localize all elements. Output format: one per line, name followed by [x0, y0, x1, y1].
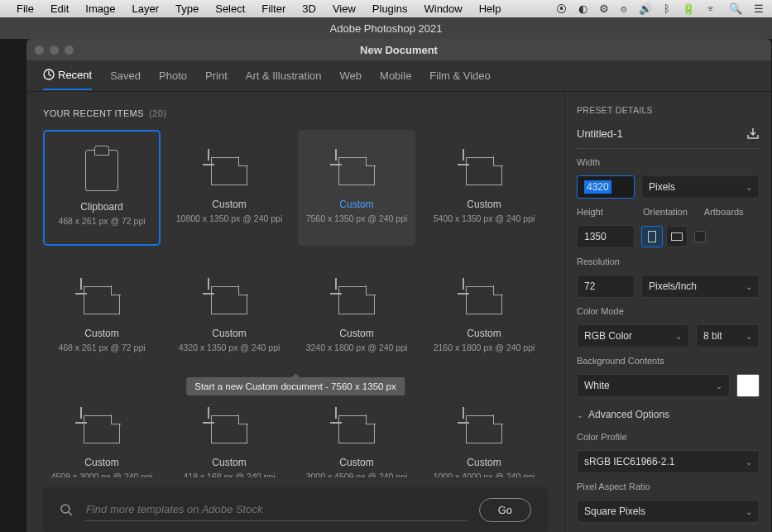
save-preset-icon[interactable] — [746, 127, 760, 140]
app-titlebar: Adobe Photoshop 2021 — [0, 17, 772, 39]
tab-film[interactable]: Film & Video — [429, 62, 490, 89]
menu-view[interactable]: View — [324, 2, 364, 15]
tab-recent[interactable]: Recent — [43, 61, 92, 90]
stock-search-input[interactable] — [84, 498, 468, 521]
resolution-input[interactable]: 72 — [577, 275, 635, 298]
preset-item[interactable]: Custom2160 x 1800 px @ 240 ppi — [425, 259, 543, 375]
preset-meta: 3000 x 4509 px @ 240 ppi — [306, 472, 408, 477]
menu-icon[interactable]: ☰ — [754, 2, 764, 15]
color-profile-label: Color Profile — [577, 432, 760, 442]
preset-panel: YOUR RECENT ITEMS (20) Clipboard468 x 26… — [26, 92, 564, 532]
new-document-dialog: New Document Recent Saved Photo Print Ar… — [26, 39, 771, 532]
height-input[interactable]: 1350 — [577, 225, 635, 248]
preset-item[interactable]: Custom418 x 168 px @ 240 ppi — [170, 388, 288, 477]
preset-meta: 5400 x 1350 px @ 240 ppi — [434, 213, 535, 223]
battery-icon[interactable]: 🔋 — [682, 2, 695, 15]
bg-label: Background Contents — [577, 356, 760, 366]
category-tabs: Recent Saved Photo Print Art & Illustrat… — [26, 60, 771, 92]
par-select[interactable]: Square Pixels⌄ — [577, 500, 760, 523]
document-icon — [333, 410, 380, 447]
document-icon — [333, 152, 380, 189]
preset-meta: 3240 x 1800 px @ 240 ppi — [306, 343, 408, 352]
mac-menubar: File Edit Image Layer Type Select Filter… — [0, 0, 772, 17]
wifi-icon[interactable]: ᯤ — [707, 2, 717, 15]
preset-item[interactable]: Custom3000 x 4509 px @ 240 ppi — [298, 388, 415, 477]
width-unit-select[interactable]: Pixels⌄ — [641, 175, 760, 199]
go-button[interactable]: Go — [479, 498, 531, 522]
tray-icon[interactable]: ◐ — [578, 2, 587, 15]
resolution-unit-select[interactable]: Pixels/Inch⌄ — [641, 275, 760, 298]
menu-edit[interactable]: Edit — [42, 2, 77, 15]
document-icon — [206, 152, 252, 189]
preset-name: Custom — [467, 199, 501, 210]
window-controls[interactable] — [35, 46, 74, 55]
width-input[interactable]: 4320 — [577, 175, 635, 199]
preset-meta: 1000 x 4000 px @ 240 ppi — [434, 472, 535, 477]
menu-file[interactable]: File — [8, 2, 42, 15]
volume-icon[interactable]: 🔊 — [639, 2, 652, 15]
orientation-landscape[interactable] — [666, 226, 688, 247]
height-label: Height — [577, 207, 626, 217]
menu-filter[interactable]: Filter — [253, 2, 294, 15]
svg-point-1 — [61, 505, 70, 513]
preset-item[interactable]: Custom10800 x 1350 px @ 240 ppi — [170, 130, 288, 246]
app-title: Adobe Photoshop 2021 — [330, 22, 443, 35]
menu-3d[interactable]: 3D — [294, 2, 324, 15]
preset-name: Custom — [467, 328, 501, 339]
preset-name: Custom — [467, 457, 501, 468]
preset-item[interactable]: Custom1000 x 4000 px @ 240 ppi — [425, 388, 543, 477]
color-mode-label: Color Mode — [577, 306, 760, 316]
preset-meta: 7560 x 1350 px @ 240 ppi — [306, 213, 408, 223]
preset-item[interactable]: Custom468 x 261 px @ 72 ppi — [43, 259, 161, 375]
preset-item[interactable]: Custom5400 x 1350 px @ 240 ppi — [425, 130, 543, 246]
document-icon — [461, 152, 507, 189]
document-name[interactable]: Untitled-1 — [577, 127, 623, 140]
preset-name: Custom — [212, 199, 246, 210]
menu-select[interactable]: Select — [207, 2, 253, 15]
document-icon — [461, 410, 507, 447]
color-mode-select[interactable]: RGB Color⌄ — [577, 324, 689, 347]
preset-item[interactable]: Custom4320 x 1350 px @ 240 ppi — [170, 259, 288, 375]
mac-tray: ⦿ ◐ ⚙ ⌾ 🔊 ᛒ 🔋 ᯤ 🔍 ☰ — [556, 2, 764, 15]
menu-layer[interactable]: Layer — [124, 2, 168, 15]
tab-print[interactable]: Print — [205, 62, 228, 89]
color-profile-select[interactable]: sRGB IEC61966-2.1⌄ — [577, 450, 760, 473]
tab-art[interactable]: Art & Illustration — [246, 62, 322, 89]
tray-icon[interactable]: ⦿ — [556, 2, 567, 15]
document-icon — [461, 281, 507, 318]
tray-icon[interactable]: ⚙ — [599, 2, 609, 15]
bluetooth-icon[interactable]: ᛒ — [664, 2, 670, 15]
tab-photo[interactable]: Photo — [159, 62, 187, 89]
menu-image[interactable]: Image — [77, 2, 123, 15]
tab-mobile[interactable]: Mobile — [380, 62, 411, 89]
preset-item[interactable]: Custom3240 x 1800 px @ 240 ppi — [298, 259, 415, 375]
tab-web[interactable]: Web — [340, 62, 362, 89]
preset-name: Custom — [84, 457, 118, 468]
tab-saved[interactable]: Saved — [110, 62, 141, 89]
artboards-label: Artboards — [704, 207, 744, 217]
tray-icon[interactable]: ⌾ — [621, 2, 627, 15]
search-icon[interactable]: 🔍 — [729, 2, 742, 15]
bg-select[interactable]: White⌄ — [577, 374, 730, 397]
menu-help[interactable]: Help — [471, 2, 510, 15]
dialog-header: New Document — [26, 39, 771, 60]
resolution-label: Resolution — [577, 256, 760, 266]
artboards-checkbox[interactable] — [694, 231, 706, 242]
document-icon — [206, 410, 252, 447]
menu-window[interactable]: Window — [415, 2, 470, 15]
preset-item[interactable]: Custom7560 x 1350 px @ 240 ppi — [298, 130, 415, 246]
search-icon — [60, 503, 73, 516]
orientation-label: Orientation — [643, 207, 688, 217]
preset-meta: 2160 x 1800 px @ 240 ppi — [434, 343, 535, 352]
menu-type[interactable]: Type — [167, 2, 207, 15]
menu-plugins[interactable]: Plugins — [364, 2, 416, 15]
preset-meta: 4509 x 3000 px @ 240 ppi — [51, 472, 153, 477]
advanced-toggle[interactable]: ⌄Advanced Options — [577, 405, 760, 424]
bit-depth-select[interactable]: 8 bit⌄ — [696, 324, 760, 347]
preset-name: Custom — [212, 328, 246, 339]
preset-item[interactable]: Clipboard468 x 261 px @ 72 ppi — [43, 130, 161, 246]
orientation-portrait[interactable] — [641, 226, 663, 247]
preset-item[interactable]: Custom4509 x 3000 px @ 240 ppi — [43, 388, 161, 477]
section-title: YOUR RECENT ITEMS (20) — [43, 108, 548, 118]
bg-color-swatch[interactable] — [736, 374, 760, 397]
